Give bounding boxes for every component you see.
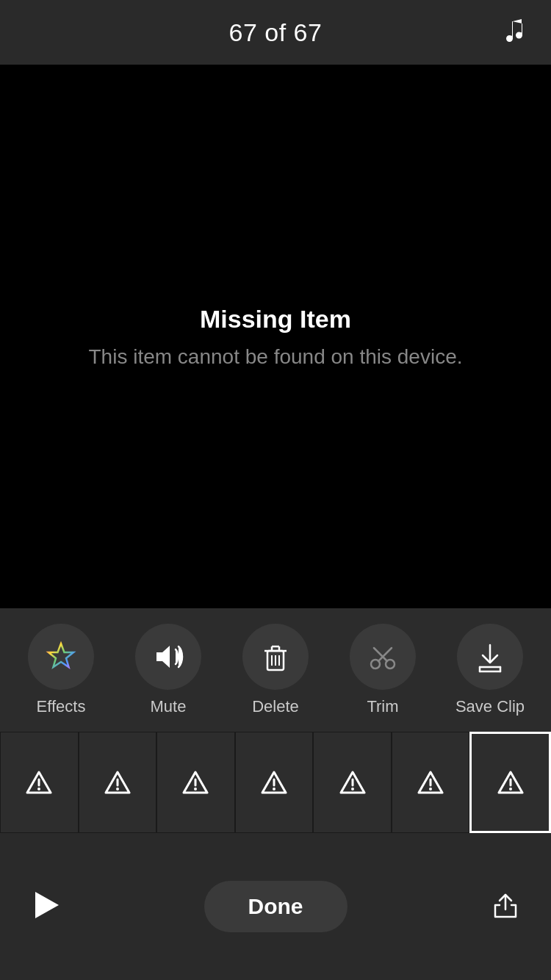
done-button[interactable]: Done [204, 881, 347, 932]
effects-circle [28, 624, 94, 690]
mute-icon [151, 639, 186, 674]
effects-label: Effects [37, 697, 86, 716]
film-cell-7-selected[interactable] [469, 732, 551, 833]
warning-icon [26, 769, 52, 796]
svg-marker-39 [35, 892, 59, 918]
svg-point-35 [429, 788, 432, 790]
trim-tool[interactable]: Trim [346, 624, 419, 716]
delete-tool[interactable]: Delete [239, 624, 312, 716]
share-button[interactable] [489, 889, 522, 924]
delete-circle [242, 624, 309, 690]
svg-point-32 [351, 788, 354, 790]
effects-tool[interactable]: Effects [24, 624, 98, 716]
play-icon [29, 889, 62, 921]
play-button[interactable] [29, 889, 62, 924]
save-clip-circle [457, 624, 523, 690]
svg-marker-0 [48, 644, 73, 667]
warning-icon [497, 769, 524, 796]
toolbar: Effects Mute Del [0, 608, 551, 732]
film-cell-6[interactable] [392, 732, 470, 833]
top-bar: 67 of 67 [0, 0, 551, 65]
trash-icon [258, 639, 293, 674]
save-clip-tool[interactable]: Save Clip [453, 624, 527, 716]
mute-tool[interactable]: Mute [132, 624, 205, 716]
svg-point-23 [116, 788, 119, 790]
warning-icon [182, 769, 209, 796]
film-cell-3[interactable] [156, 732, 235, 833]
counter-text: 67 of 67 [229, 18, 323, 47]
svg-point-29 [273, 788, 276, 790]
share-icon [489, 889, 522, 921]
download-icon [472, 639, 508, 674]
star-icon [43, 639, 79, 674]
filmstrip [0, 732, 551, 833]
missing-title: Missing Item [200, 305, 351, 334]
svg-point-26 [194, 788, 197, 790]
film-cell-5[interactable] [313, 732, 392, 833]
main-content: Missing Item This item cannot be found o… [0, 65, 551, 608]
warning-icon [261, 769, 287, 796]
svg-point-20 [37, 788, 40, 790]
scissors-icon [365, 639, 400, 674]
warning-icon [417, 769, 444, 796]
music-icon [500, 16, 529, 46]
trim-label: Trim [367, 697, 398, 716]
film-cell-4[interactable] [235, 732, 314, 833]
done-label: Done [248, 894, 303, 918]
warning-icon [104, 769, 131, 796]
mute-circle [135, 624, 201, 690]
trim-circle [350, 624, 416, 690]
film-cell-1[interactable] [0, 732, 79, 833]
film-cell-2[interactable] [79, 732, 157, 833]
bottom-bar: Done [0, 833, 551, 980]
warning-icon [339, 769, 366, 796]
mute-label: Mute [151, 697, 187, 716]
delete-label: Delete [252, 697, 299, 716]
svg-point-38 [509, 788, 512, 790]
missing-subtitle: This item cannot be found on this device… [89, 345, 463, 369]
save-clip-label: Save Clip [455, 697, 525, 716]
music-icon-button[interactable] [500, 16, 529, 48]
